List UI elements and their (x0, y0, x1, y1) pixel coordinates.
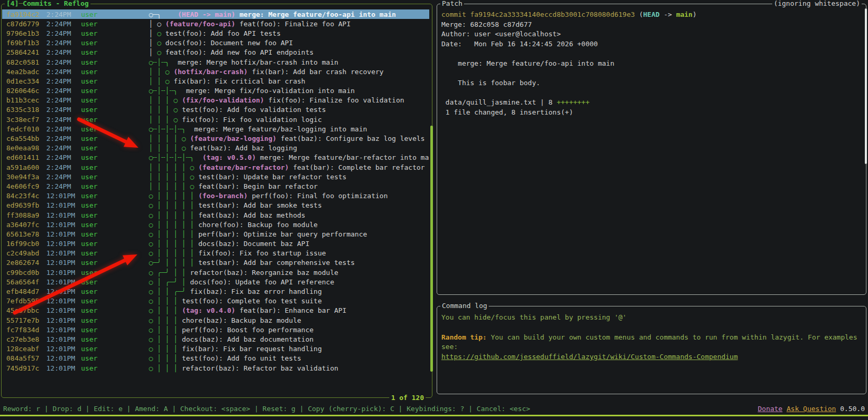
commit-row[interactable]: 3c38ecf72:24PMuser│ │ │ ○ fix(foo): Fix … (2, 115, 429, 124)
commit-author: user (81, 192, 149, 200)
commit-row[interactable]: 745d917c12:01PMuser○ │ │ │ refactor(baz)… (2, 363, 429, 373)
commit-author: user (81, 335, 149, 343)
commit-hash: 084a5f57 (6, 354, 46, 362)
commit-row[interactable]: 6335c3182:24PMuser│ │ │ ○ test(foo): Add… (2, 105, 429, 115)
commit-row[interactable]: fa9194c22:24PMuser○─╮ (HEAD -> main) mer… (2, 9, 429, 19)
command-log-panel[interactable]: Command log You can hide/focus this pane… (437, 306, 866, 394)
graph-segment: │ │ ○ (149, 68, 174, 76)
graph-segment: │ (149, 48, 157, 56)
commit-time: 2:24PM (46, 163, 81, 171)
commit-row[interactable]: 4ea2badc2:24PMuser│ │ ○ (hotfix/bar-cras… (2, 67, 429, 76)
patch-scrollbar[interactable] (865, 8, 867, 164)
commits-scrollbar[interactable] (430, 126, 433, 372)
commit-row[interactable]: 8e0eaa982:24PMuser│ │ │ │ ○ feat(baz): A… (2, 144, 429, 153)
commit-row[interactable]: 16f99cb012:01PMuser○ │ │ │ │ │ docs(baz)… (2, 239, 429, 249)
spacer (256, 153, 260, 161)
commit-row[interactable]: c87d67792:24PMuser│ ○ (feature/foo-api) … (2, 19, 429, 28)
commit-row[interactable]: f69bf1b32:24PMuser│ ○ docs(foo): Documen… (2, 38, 429, 48)
commit-row[interactable]: a36407fc12:01PMuser○ │ │ │ │ │ chore(foo… (2, 220, 429, 229)
graph-segment: ○ │ │ ╭─╯ (149, 288, 190, 295)
commit-row[interactable]: 55717e7b12:01PMuser○ │ │ │ chore(baz): B… (2, 315, 429, 325)
spacer (264, 96, 268, 104)
commit-row[interactable]: c27eb3e812:01PMuser○ │ │ │ docs(baz): Ad… (2, 334, 429, 344)
commit-row[interactable]: ed9639fb12:01PMuser○ │ │ │ │ │ test(bar)… (2, 201, 429, 210)
commit-row[interactable]: ed6014112:24PMuser○╌│╌│╌│╌│╌╮ (tag: v0.5… (2, 153, 429, 162)
graph-segment: │ │ │ │ │ ○ (149, 182, 198, 190)
commit-author: user (81, 163, 149, 171)
commit-author: user (81, 58, 149, 66)
commit-row[interactable]: 65613e7812:01PMuser○ │ │ │ │ │ perf(bar)… (2, 229, 429, 239)
commit-message: feat(bar): Enhance bar API (239, 306, 347, 314)
commit-hash: fa9194c2 (6, 11, 46, 18)
commit-message: fix(foo): Fix foo startup issue (198, 249, 326, 257)
commit-hash: 0d1ec334 (6, 77, 46, 85)
graph-segment: │ │ ○ (149, 77, 174, 85)
commit-row[interactable]: 7efdb59512:01PMuser○ │ │ │ test(foo): Co… (2, 296, 429, 306)
patch-body: This is foobar body. (441, 79, 860, 89)
commit-time: 12:01PM (46, 211, 81, 219)
commit-author: user (81, 135, 149, 142)
commit-hash: f69bf1b3 (6, 39, 46, 47)
commit-time: 2:24PM (46, 11, 81, 18)
commit-row[interactable]: 9796e1b32:24PMuser│ ○ test(foo): Add foo… (2, 28, 429, 38)
commit-message: docs(foo): Update foo API reference (190, 278, 334, 286)
commit-row[interactable]: c99bcd0b12:01PMuser○ ╭─╯ │ │ refactor(ba… (2, 268, 429, 277)
commit-author: user (81, 153, 149, 161)
commit-author: user (81, 116, 149, 124)
commit-row[interactable]: c2c49abd12:01PMuser○ │ │ │ │ │ fix(foo):… (2, 249, 429, 258)
commit-author: user (81, 211, 149, 219)
commit-row[interactable]: 30e94f3a2:24PMuser│ │ │ │ │ ○ test(bar):… (2, 172, 429, 181)
commit-author: user (81, 297, 149, 305)
custom-commands-link[interactable]: https://github.com/jesseduffield/lazygit… (441, 352, 859, 362)
commits-panel[interactable]: [4]─Commits - Reflog fa9194c22:24PMuser○… (1, 4, 432, 398)
commit-row[interactable]: 084a5f5712:01PMuser○ │ │ │ test(foo): Ad… (2, 354, 429, 363)
commit-hash: fc7f834d (6, 326, 46, 334)
graph-segment: ○ │ │ │ (149, 297, 182, 305)
commit-row[interactable]: 4e606fc92:24PMuser│ │ │ │ │ ○ feat(bar):… (2, 181, 429, 191)
commit-row[interactable]: 258642412:24PMuser│ ○ feat(foo): Add new… (2, 48, 429, 57)
commit-row[interactable]: 84c23f4c12:01PMuser○ │ │ │ │ │ (foo-bran… (2, 191, 429, 201)
commit-row[interactable]: fc7f834d12:01PMuser○ │ │ │ perf(foo): Bo… (2, 325, 429, 334)
commit-hash: a36407fc (6, 221, 46, 229)
commit-row[interactable]: ff3088a912:01PMuser○ │ │ │ │ │ feat(baz)… (2, 210, 429, 220)
commit-hash: b11b3cec (6, 96, 46, 104)
commit-row[interactable]: fedcf0102:24PMuser○╌│╌│╌│╌╮ merge: Merge… (2, 124, 429, 134)
commit-row[interactable]: 56a6564f12:01PMuser○ │ ╭─╯ │ docs(foo): … (2, 277, 429, 286)
branch-label: (fix/foo-validation) (182, 96, 265, 104)
commit-row[interactable]: b11b3cec2:24PMuser│ │ │ ○ (fix/foo-valid… (2, 96, 429, 105)
commit-row[interactable]: 2e86267412:01PMuser○─╯ │ │ │ │ test(bar)… (2, 258, 429, 268)
commit-row[interactable]: c6a554bb2:24PMuser│ │ │ │ ○ (feature/baz… (2, 134, 429, 143)
graph-segment: ○ (157, 29, 166, 37)
commit-time: 2:24PM (46, 20, 81, 28)
patch-date-line: Date: Mon Feb 16 14:24:45 2026 +0000 (441, 40, 860, 50)
ask-question-link[interactable]: Ask Question (786, 405, 836, 413)
tag-label: (tag: v0.4.0) (182, 306, 236, 314)
commit-list[interactable]: fa9194c22:24PMuser○─╮ (HEAD -> main) mer… (2, 9, 429, 395)
graph-segment: │ ○ (149, 20, 165, 28)
commit-row[interactable]: 682c05812:24PMuser○╌│╌╮ merge: Merge hot… (2, 57, 429, 67)
commit-time: 2:24PM (46, 106, 81, 114)
commit-row[interactable]: 8260646c2:24PMuser○╌│╌│╌╮ merge: Merge f… (2, 86, 429, 96)
tag-label: (tag: v0.5.0) (203, 153, 256, 161)
commit-row[interactable]: a591a6002:24PMuser│ │ │ │ │ ○ (feature/b… (2, 162, 429, 172)
graph-segment: ○ │ │ │ (149, 335, 182, 343)
graph-segment: │ │ │ ○ (149, 106, 182, 114)
commit-row[interactable]: 128ceabf12:01PMuser○ │ │ │ fix(bar): Fix… (2, 344, 429, 354)
commit-row[interactable]: efb484d712:01PMuser○ │ │ ╭─╯ fix(baz): F… (2, 286, 429, 296)
commit-message: feat(baz): Configure baz log levels (280, 135, 425, 142)
commit-message: refactor(baz): Refactor baz validation (182, 364, 338, 372)
commit-author: user (81, 96, 149, 104)
donate-link[interactable]: Donate (758, 405, 782, 413)
commit-row[interactable]: 0d1ec3342:24PMuser│ │ ○ fix(bar): Fix cr… (2, 76, 429, 86)
commit-hash: c87d6779 (6, 20, 46, 28)
commit-author: user (81, 173, 149, 181)
commits-panel-index: [4] (6, 0, 18, 7)
graph-segment: │ (149, 29, 157, 37)
commit-time: 12:01PM (46, 201, 81, 209)
commit-message: feat(baz): Add baz logging (190, 144, 297, 152)
commit-row[interactable]: 45e37bbc12:01PMuser○ │ │ │ (tag: v0.4.0)… (2, 306, 429, 315)
patch-panel[interactable]: Patch (ignoring whitespace) commit fa919… (437, 4, 866, 295)
commit-message: test(foo): Add foo unit tests (182, 354, 301, 362)
patch-stat-file: data/quill_jasmine.txt | 8 (441, 98, 557, 106)
commit-time: 2:24PM (46, 29, 81, 37)
